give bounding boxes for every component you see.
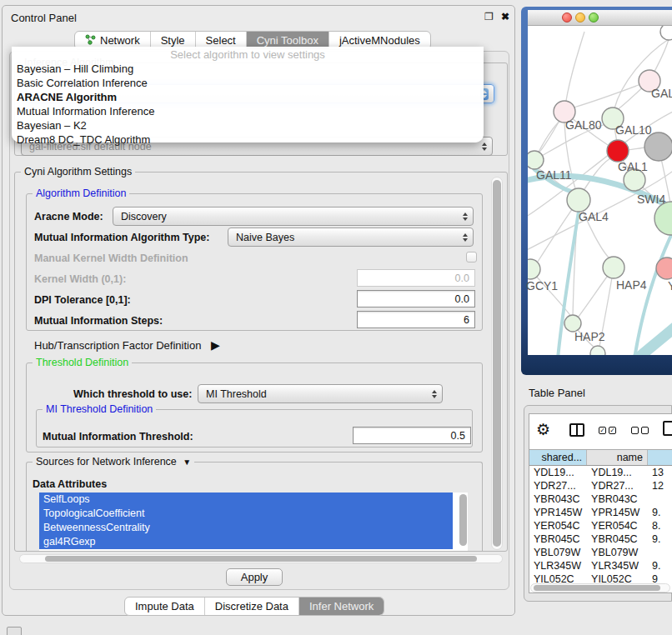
mi-threshold-field[interactable]: 0.5	[353, 427, 471, 444]
node-hap4[interactable]	[603, 257, 624, 278]
settings-scrollbar-track[interactable]	[491, 177, 503, 550]
cell[interactable]: YBR043C	[587, 492, 648, 506]
cell[interactable]: 9.	[648, 559, 672, 572]
table-row[interactable]: YIL052C YIL052C 9	[529, 572, 672, 583]
cell[interactable]: YPR145W	[529, 506, 587, 519]
column-header-shared[interactable]: shared...	[529, 450, 587, 465]
cell[interactable]: 9.	[648, 506, 672, 519]
settings-hscrollbar-thumb[interactable]	[45, 556, 477, 562]
close-icon[interactable]: ✖	[501, 11, 509, 22]
table-row[interactable]: YBR043C YBR043C	[529, 492, 672, 506]
zoom-traffic-light[interactable]	[589, 12, 599, 22]
table-row[interactable]: YDR27... YDR27... 12	[529, 479, 672, 492]
cell[interactable]: YDL19...	[529, 466, 587, 479]
hub-definition-toggle[interactable]: Hub/Transcription Factor Definition ▶	[34, 338, 220, 352]
popup-item[interactable]: Dream8 DC_TDC Algorithm	[12, 132, 484, 147]
tab-impute-data[interactable]: Impute Data	[125, 598, 205, 615]
cell[interactable]: YBR045C	[587, 532, 648, 546]
node-label: SWI4	[637, 192, 665, 206]
data-attributes-list[interactable]: SelfLoops TopologicalCoefficient Between…	[39, 492, 468, 551]
apply-button[interactable]: Apply	[226, 568, 283, 586]
node-gal1-selected[interactable]	[607, 140, 629, 162]
aracne-mode-combobox[interactable]: Discovery	[113, 207, 474, 226]
popup-item-selected[interactable]: ARACNE Algorithm	[12, 90, 484, 104]
cell[interactable]: 8.	[648, 519, 672, 532]
cell[interactable]: YIL052C	[529, 572, 587, 583]
which-threshold-combobox[interactable]: MI Threshold	[198, 384, 443, 403]
close-traffic-light[interactable]	[562, 12, 572, 22]
manual-kernel-checkbox[interactable]	[466, 252, 477, 262]
unchecked-columns-icon[interactable]	[631, 427, 649, 434]
node-large-green[interactable]	[654, 202, 672, 235]
mi-steps-field[interactable]: 6	[357, 311, 475, 328]
tab-discretize-data[interactable]: Discretize Data	[205, 598, 299, 615]
table-row[interactable]: YER054C YER054C 8.	[529, 519, 672, 532]
threshold-definition-title: Threshold Definition	[33, 357, 132, 368]
list-item[interactable]: TopologicalCoefficient	[39, 507, 453, 521]
settings-hscrollbar-track[interactable]	[19, 554, 503, 563]
node-partial-bottom[interactable]	[590, 346, 605, 355]
table-row[interactable]: YBL079W YBL079W	[529, 546, 672, 559]
document-icon[interactable]	[663, 421, 672, 436]
node-gal4[interactable]	[567, 188, 590, 212]
node-label: GAL	[651, 87, 672, 100]
cell[interactable]: YLR345W	[529, 559, 587, 572]
cell[interactable]: YBL079W	[529, 546, 587, 559]
list-item[interactable]: BetweennessCentrality	[39, 521, 453, 535]
cell[interactable]: YDR27...	[529, 479, 587, 492]
cell[interactable]	[648, 546, 672, 559]
table-hscrollbar-thumb[interactable]	[534, 585, 660, 591]
table-row[interactable]: YDL19... YDL19... 13	[529, 466, 672, 479]
column-header-partial[interactable]	[648, 450, 672, 465]
node-salmon[interactable]	[656, 258, 672, 279]
sources-toggle[interactable]: Sources for Network Inference ▼	[33, 456, 194, 468]
list-scrollbar[interactable]	[459, 494, 467, 546]
cell[interactable]	[648, 492, 672, 506]
cell[interactable]: YDR27...	[587, 479, 648, 492]
cell[interactable]: YBL079W	[587, 546, 648, 559]
popup-item[interactable]: Bayesian – Hill Climbing	[12, 62, 484, 76]
cell[interactable]: YER054C	[529, 519, 587, 532]
split-columns-icon[interactable]	[569, 423, 584, 437]
list-item[interactable]: gal4RGexp	[39, 535, 453, 549]
column-header-name[interactable]: name	[587, 450, 648, 465]
node-gal11[interactable]	[528, 151, 544, 169]
grip-widget[interactable]	[7, 627, 22, 635]
checked-columns-icon[interactable]: ✓ ✓	[599, 427, 616, 434]
cell[interactable]: YBR045C	[529, 532, 587, 546]
aracne-mode-value: Discovery	[121, 211, 167, 222]
table-row[interactable]: YLR345W YLR345W 9.	[529, 559, 672, 572]
cell[interactable]: YDL19...	[587, 466, 648, 479]
cell[interactable]: 13	[648, 466, 672, 479]
settings-scrollbar-thumb[interactable]	[493, 180, 501, 547]
network-canvas[interactable]	[528, 26, 672, 355]
cell[interactable]: YBR043C	[529, 492, 587, 506]
dpi-tolerance-field[interactable]: 0.0	[357, 290, 475, 308]
gear-icon[interactable]: ⚙	[536, 422, 550, 438]
minimize-traffic-light[interactable]	[575, 12, 585, 22]
cell[interactable]: YLR345W	[587, 559, 648, 572]
tab-network-label: Network	[100, 34, 140, 47]
list-item[interactable]: SelfLoops	[39, 492, 453, 507]
table-hscrollbar-track[interactable]	[530, 583, 670, 592]
cell[interactable]: 12	[648, 479, 672, 492]
node-unlabeled[interactable]	[660, 26, 672, 40]
network-window-titlebar[interactable]	[528, 10, 672, 26]
cell[interactable]: 9.	[648, 532, 672, 546]
cell[interactable]: YPR145W	[587, 506, 648, 519]
node-hap2[interactable]	[564, 315, 581, 332]
node-gray[interactable]	[644, 132, 672, 161]
popup-item[interactable]: Basic Correlation Inference	[12, 76, 484, 90]
cell[interactable]: YER054C	[587, 519, 648, 532]
table-row[interactable]: YBR045C YBR045C 9.	[529, 532, 672, 546]
popup-item[interactable]: Mutual Information Inference	[12, 104, 484, 118]
popup-item[interactable]: Bayesian – K2	[12, 118, 484, 132]
node-gcy1[interactable]	[528, 259, 540, 279]
table-row[interactable]: YPR145W YPR145W 9.	[529, 506, 672, 519]
mi-type-combobox[interactable]: Naive Bayes	[228, 228, 474, 247]
kernel-width-field[interactable]: 0.0	[357, 269, 475, 287]
cell[interactable]: 9	[648, 572, 672, 583]
cell[interactable]: YIL052C	[587, 572, 648, 583]
tab-infer-network[interactable]: Infer Network	[299, 598, 384, 615]
float-icon[interactable]: ❐	[484, 11, 494, 22]
